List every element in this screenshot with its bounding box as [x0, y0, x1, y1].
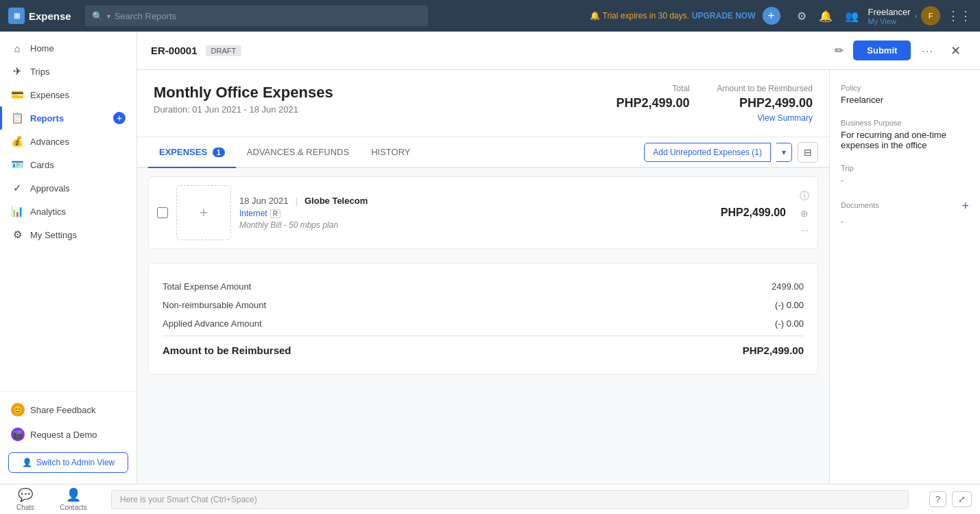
close-button[interactable]: ✕: [945, 40, 966, 61]
trial-text: Trial expires in 30 days.: [603, 11, 689, 21]
trip-section: Trip -: [841, 164, 969, 185]
avatar: F: [921, 6, 940, 25]
switch-icon: 👤: [22, 458, 32, 467]
policy-value: Freelancer: [841, 95, 969, 105]
report-id: ER-00001: [151, 45, 198, 56]
sidebar-item-cards[interactable]: 🪪 Cards: [0, 153, 136, 176]
documents-section: Documents + -: [841, 199, 969, 226]
advances-icon: 💰: [11, 135, 23, 148]
demo-icon: 🎬: [11, 428, 25, 441]
settings-icon[interactable]: ⚙: [794, 7, 809, 25]
expense-description: Monthly Bill - 50 mbps plan: [239, 220, 713, 230]
sidebar-item-advances[interactable]: 💰 Advances: [0, 130, 136, 153]
date-merchant: 18 Jun 2021 | Globe Telecom: [239, 196, 713, 206]
sidebar-item-settings[interactable]: ⚙ My Settings: [0, 223, 136, 246]
search-bar[interactable]: 🔍 ▾: [85, 5, 428, 26]
receipt-area[interactable]: +: [176, 185, 231, 240]
total-expense-label: Total Expense Amount: [163, 281, 251, 292]
more-icon[interactable]: ···: [800, 224, 809, 235]
expense-checkbox[interactable]: [157, 207, 168, 218]
trip-value: -: [841, 175, 969, 185]
business-purpose-value: For recurring and one-time expenses in t…: [841, 130, 969, 150]
edit-button[interactable]: ✏: [830, 40, 848, 61]
total-label: Total: [617, 84, 690, 93]
alert-icon: 🔔: [590, 11, 600, 21]
switch-admin-view-button[interactable]: 👤 Switch to Admin View: [8, 452, 128, 473]
user-menu[interactable]: Freelancer My View › F: [868, 6, 940, 25]
user-view: My View: [868, 17, 911, 25]
feedback-label: Share Feedback: [30, 405, 95, 415]
trial-notice: 🔔 Trial expires in 30 days. UPGRADE NOW: [590, 11, 756, 21]
expand-button[interactable]: ⤢: [952, 491, 972, 507]
header-actions: ✏ Submit ··· ✕: [830, 40, 966, 61]
notifications-icon[interactable]: 🔔: [816, 7, 835, 25]
people-icon[interactable]: 👥: [842, 7, 861, 25]
table-row: + 18 Jun 2021 | Globe Telecom Internet R: [148, 176, 818, 249]
sidebar-analytics-label: Analytics: [30, 207, 126, 217]
status-badge: DRAFT: [206, 45, 242, 56]
report-duration: Duration: 01 Jun 2021 - 18 Jun 2021: [154, 104, 617, 115]
user-chevron: ›: [915, 12, 917, 20]
sidebar-item-analytics[interactable]: 📊 Analytics: [0, 200, 136, 223]
chats-button[interactable]: 💬 Chats: [8, 487, 43, 511]
non-reimb-label: Non-reimbursable Amount: [163, 300, 266, 310]
expense-merchant: Globe Telecom: [304, 196, 368, 206]
user-name: Freelancer: [868, 7, 911, 17]
request-demo-button[interactable]: 🎬 Request a Demo: [0, 422, 136, 447]
sidebar-item-reports[interactable]: 📋 Reports +: [0, 106, 136, 130]
reimbursed-label: Amount to be Reimbursed: [717, 84, 813, 93]
right-panel: Policy Freelancer Business Purpose For r…: [829, 70, 980, 484]
topbar-icons: ⚙ 🔔 👥: [794, 7, 861, 25]
submit-button[interactable]: Submit: [853, 40, 911, 60]
add-unreported-dropdown[interactable]: ▾: [776, 143, 792, 162]
help-button[interactable]: ?: [929, 491, 946, 507]
total-value: PHP2,499.00: [617, 96, 690, 110]
smart-chat-input[interactable]: Here is your Smart Chat (Ctrl+Space): [111, 490, 909, 509]
approvals-icon: ✓: [11, 182, 23, 194]
report-amounts: Total PHP2,499.00 Amount to be Reimburse…: [617, 84, 813, 123]
home-icon: ⌂: [11, 43, 23, 54]
add-unreported-button[interactable]: Add Unreported Expenses (1): [644, 143, 771, 162]
contacts-button[interactable]: 👤 Contacts: [56, 487, 91, 511]
reimb-label: Amount to be Reimbursed: [163, 344, 291, 356]
add-document-button[interactable]: +: [961, 199, 969, 213]
add-button[interactable]: +: [763, 7, 780, 25]
tab-expenses[interactable]: EXPENSES 1: [148, 137, 236, 168]
expense-action-icons: ⓘ ⊕ ···: [800, 190, 809, 235]
add-icon[interactable]: ⊕: [800, 208, 809, 219]
filter-button[interactable]: ⊟: [798, 142, 818, 163]
share-feedback-button[interactable]: 😊 Share Feedback: [0, 397, 136, 422]
summary-total-row: Total Expense Amount 2499.00: [163, 277, 804, 296]
expense-date: 18 Jun 2021: [239, 196, 289, 206]
tab-history-label: HISTORY: [371, 147, 410, 157]
sidebar-reports-label: Reports: [30, 113, 106, 124]
sidebar-item-home[interactable]: ⌂ Home: [0, 37, 136, 60]
contacts-icon: 👤: [66, 487, 81, 502]
sidebar-item-trips[interactable]: ✈ Trips: [0, 60, 136, 83]
tab-history[interactable]: HISTORY: [360, 137, 421, 168]
report-tabs: EXPENSES 1 ADVANCES & REFUNDS HISTORY Ad…: [137, 137, 829, 168]
tab-advances-refunds[interactable]: ADVANCES & REFUNDS: [236, 137, 360, 168]
category-label: Internet: [239, 209, 267, 218]
upgrade-button[interactable]: UPGRADE NOW: [692, 11, 756, 21]
info-icon[interactable]: ⓘ: [800, 190, 809, 202]
search-dropdown-icon[interactable]: ▾: [107, 12, 110, 20]
report-header: ER-00001 DRAFT ✏ Submit ··· ✕: [137, 32, 980, 70]
app-name: Expense: [29, 10, 71, 22]
feedback-icon: 😊: [11, 403, 25, 417]
summary-advance-row: Applied Advance Amount (-) 0.00: [163, 314, 804, 333]
reimb-badge: R: [270, 209, 280, 218]
reports-add-button[interactable]: +: [113, 112, 126, 124]
view-summary-link[interactable]: View Summary: [717, 113, 813, 123]
more-options-button[interactable]: ···: [916, 41, 940, 60]
sidebar-item-expenses[interactable]: 💳 Expenses: [0, 83, 136, 106]
user-info: Freelancer My View: [868, 7, 911, 25]
business-purpose-label: Business Purpose: [841, 119, 969, 127]
separator: |: [296, 196, 298, 206]
sidebar-item-approvals[interactable]: ✓ Approvals: [0, 176, 136, 200]
search-input[interactable]: [115, 11, 421, 21]
policy-section: Policy Freelancer: [841, 84, 969, 105]
grid-icon[interactable]: ⋮⋮: [947, 8, 972, 23]
tab-expenses-label: EXPENSES: [159, 147, 207, 157]
expense-amount: PHP2,499.00: [721, 207, 786, 219]
